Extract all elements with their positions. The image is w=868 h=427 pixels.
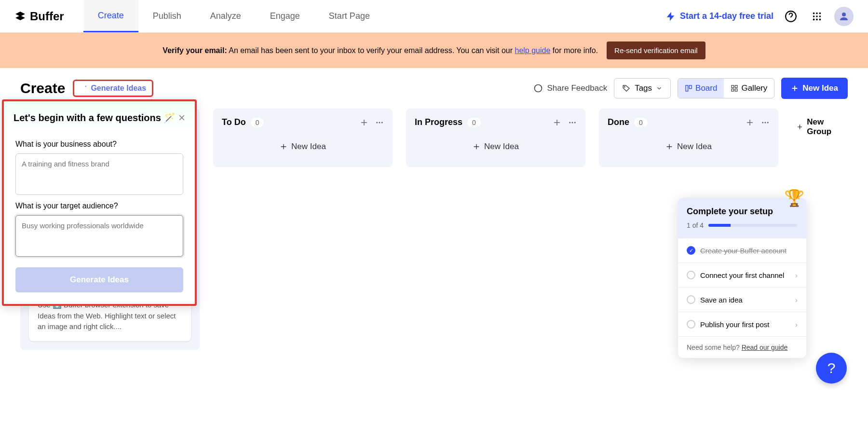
new-group-button[interactable]: New Group xyxy=(792,109,848,145)
new-group-label: New Group xyxy=(807,117,843,137)
svg-point-26 xyxy=(765,122,766,123)
svg-rect-18 xyxy=(735,89,738,91)
board-label: Board xyxy=(695,83,717,93)
new-idea-button[interactable]: New Idea xyxy=(781,78,848,99)
generate-ideas-submit[interactable]: Generate Ideas xyxy=(15,267,183,292)
view-toggle: Board Gallery xyxy=(678,78,774,98)
new-idea-text: New Idea xyxy=(677,142,712,152)
svg-point-5 xyxy=(816,15,818,17)
svg-point-27 xyxy=(767,122,769,123)
more-icon[interactable] xyxy=(568,118,577,127)
read-guide-link[interactable]: Read our guide xyxy=(742,344,788,351)
audience-input[interactable] xyxy=(15,215,183,257)
column-new-idea[interactable]: New Idea xyxy=(608,135,770,158)
gallery-view-button[interactable]: Gallery xyxy=(724,79,774,98)
help-fab[interactable]: ? xyxy=(816,353,847,384)
column-new-idea[interactable]: New Idea xyxy=(415,135,577,158)
svg-point-8 xyxy=(816,18,818,20)
plus-icon[interactable] xyxy=(553,118,561,127)
share-feedback-button[interactable]: Share Feedback xyxy=(533,83,607,93)
setup-item-publish-post[interactable]: Publish your first post › xyxy=(678,312,806,336)
setup-item-save-idea[interactable]: Save an idea › xyxy=(678,287,806,312)
more-icon[interactable] xyxy=(375,118,384,127)
nav-tabs: Create Publish Analyze Engage Start Page xyxy=(83,0,384,32)
column-new-idea[interactable]: New Idea xyxy=(222,135,384,158)
plus-icon xyxy=(791,84,799,92)
buffer-logo-icon xyxy=(14,11,26,22)
col-count: 0 xyxy=(251,118,264,127)
svg-point-6 xyxy=(819,15,821,17)
chevron-right-icon: › xyxy=(795,271,798,279)
resend-verification-button[interactable]: Re-send verification email xyxy=(607,41,705,59)
banner-bold: Verify your email: xyxy=(163,46,227,55)
progress-bar xyxy=(708,224,798,227)
plus-icon[interactable] xyxy=(360,118,368,127)
board-view-button[interactable]: Board xyxy=(678,79,724,98)
new-idea-text: New Idea xyxy=(291,142,326,152)
svg-rect-14 xyxy=(689,85,692,89)
tab-publish[interactable]: Publish xyxy=(138,0,196,32)
help-circle-icon xyxy=(785,10,797,23)
column-todo: To Do 0 New Idea xyxy=(213,109,393,167)
top-nav: Buffer Create Publish Analyze Engage Sta… xyxy=(0,0,868,33)
chevron-down-icon xyxy=(656,85,663,92)
plus-icon xyxy=(473,143,480,151)
chat-icon xyxy=(533,83,543,93)
tab-engage[interactable]: Engage xyxy=(256,0,314,32)
close-icon[interactable]: × xyxy=(178,111,185,124)
wand-icon xyxy=(80,84,88,92)
chevron-right-icon: › xyxy=(795,296,798,304)
setup-item-create-account[interactable]: ✓ Create your Buffer account xyxy=(678,238,806,262)
column-header: Done 0 xyxy=(608,117,770,127)
column-header: To Do 0 xyxy=(222,117,384,127)
banner-after: for more info. xyxy=(550,46,598,55)
generate-ideas-label: Generate Ideas xyxy=(91,84,146,93)
tags-label: Tags xyxy=(635,83,652,93)
gallery-icon xyxy=(731,84,738,92)
plus-icon[interactable] xyxy=(746,118,754,127)
tags-dropdown[interactable]: Tags xyxy=(614,78,671,98)
brand-name: Buffer xyxy=(30,10,64,23)
business-question-label: What is your business about? xyxy=(15,140,183,149)
svg-point-11 xyxy=(535,85,542,92)
generate-ideas-button[interactable]: Generate Ideas xyxy=(73,80,153,97)
more-icon[interactable] xyxy=(761,118,770,127)
svg-point-25 xyxy=(762,122,763,123)
svg-rect-17 xyxy=(732,89,734,91)
tab-analyze[interactable]: Analyze xyxy=(196,0,256,32)
setup-item-label: Create your Buffer account xyxy=(700,247,787,255)
logo[interactable]: Buffer xyxy=(14,10,64,23)
column-header: In Progress 0 xyxy=(415,117,577,127)
trial-link[interactable]: Start a 14-day free trial xyxy=(665,11,773,22)
column-inprogress: In Progress 0 New Idea xyxy=(406,109,585,167)
col-count: 0 xyxy=(467,118,481,127)
help-guide-link[interactable]: help guide xyxy=(515,46,551,55)
user-avatar[interactable] xyxy=(834,7,854,26)
business-input[interactable] xyxy=(15,153,183,195)
svg-point-2 xyxy=(816,12,818,14)
svg-point-12 xyxy=(624,86,625,87)
trophy-icon: 🏆 xyxy=(784,188,804,207)
new-idea-label: New Idea xyxy=(802,83,838,93)
apps-grid-button[interactable] xyxy=(808,8,826,25)
svg-point-24 xyxy=(574,122,576,123)
column-done: Done 0 New Idea xyxy=(599,109,778,167)
plus-icon xyxy=(665,143,673,151)
tab-startpage[interactable]: Start Page xyxy=(314,0,384,32)
svg-rect-13 xyxy=(686,85,688,91)
svg-point-4 xyxy=(813,15,815,17)
lightning-icon xyxy=(665,11,676,22)
tag-icon xyxy=(622,84,631,93)
check-icon xyxy=(687,295,695,304)
banner-msg: An email has been sent to your inbox to … xyxy=(227,46,515,55)
verify-email-banner: Verify your email: An email has been sen… xyxy=(0,33,868,68)
plus-icon xyxy=(280,143,287,151)
svg-rect-16 xyxy=(735,85,738,88)
check-icon xyxy=(687,271,695,279)
col-title: To Do xyxy=(222,117,246,127)
svg-point-7 xyxy=(813,18,815,20)
setup-item-connect-channel[interactable]: Connect your first channel › xyxy=(678,262,806,287)
nav-right: Start a 14-day free trial xyxy=(665,7,854,26)
tab-create[interactable]: Create xyxy=(83,0,138,32)
help-icon-button[interactable] xyxy=(782,8,800,25)
